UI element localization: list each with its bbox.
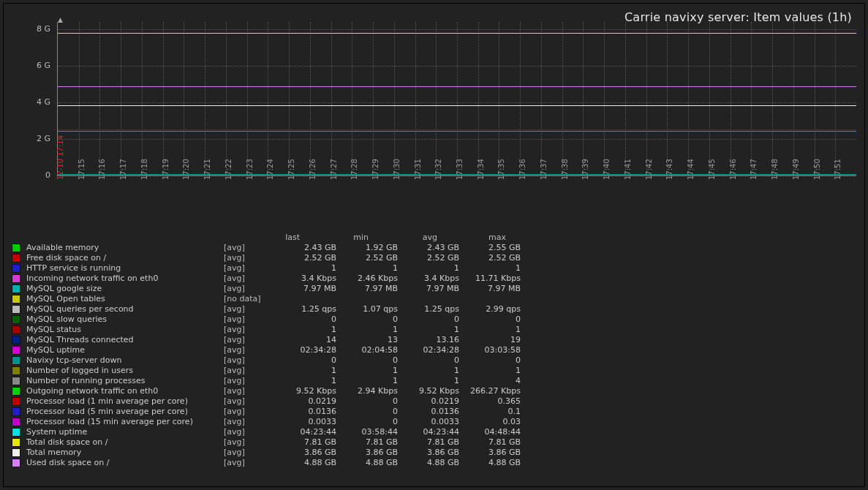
legend-row[interactable]: Total memory[avg]3.86 GB3.86 GB3.86 GB3.…: [12, 448, 538, 458]
chart-plot-area[interactable]: ▲ 02 G4 G6 G8 G12-10 17:1417:1517:1617:1…: [57, 22, 856, 176]
legend-row[interactable]: Available memory[avg]2.43 GB1.92 GB2.43 …: [12, 243, 538, 253]
legend-swatch: [12, 387, 20, 396]
legend-name: Processor load (5 min average per core): [26, 407, 224, 417]
legend-max: 4: [459, 376, 521, 386]
legend-row[interactable]: MySQL uptime[avg]02:34:2802:04:5802:34:2…: [12, 345, 538, 355]
legend-agg: [avg]: [224, 274, 275, 284]
legend-last: 4.88 GB: [275, 458, 336, 468]
x-gridline: [835, 22, 836, 176]
legend-row[interactable]: System uptime[avg]04:23:4403:58:4404:23:…: [12, 427, 538, 437]
legend-max: 2.99 qps: [459, 304, 521, 314]
x-gridline: [163, 22, 164, 176]
x-gridline: [772, 22, 773, 176]
legend-max: 0.1: [459, 407, 521, 417]
legend-name: MySQL slow queries: [26, 314, 224, 325]
legend-row[interactable]: Processor load (15 min average per core)…: [12, 417, 538, 427]
x-tick-label: 17:36: [518, 159, 528, 180]
legend-last: 1: [275, 376, 336, 386]
legend-row[interactable]: HTTP service is running[avg]1111: [12, 263, 538, 274]
legend-row[interactable]: Total disk space on /[avg]7.81 GB7.81 GB…: [12, 437, 538, 448]
legend-min: 2.52 GB: [336, 253, 398, 263]
x-tick-label: 17:48: [771, 159, 780, 180]
legend-row[interactable]: MySQL Threads connected[avg]141313.1619: [12, 335, 538, 345]
legend-swatch: [12, 356, 20, 365]
x-gridline: [583, 22, 584, 176]
legend-avg: 1.25 qps: [398, 304, 459, 314]
legend-max: 04:48:44: [459, 427, 521, 437]
legend-row[interactable]: MySQL queries per second[avg]1.25 qps1.0…: [12, 304, 538, 314]
legend-avg: 0: [398, 355, 459, 366]
y-tick-label: 2 G: [37, 134, 50, 144]
legend-row[interactable]: Number of running processes[avg]1114: [12, 376, 538, 386]
legend-max: 0.03: [459, 417, 521, 427]
x-gridline: [646, 22, 647, 176]
legend-last: 0: [275, 355, 336, 366]
legend-last: 1: [275, 366, 336, 376]
legend-row[interactable]: Number of logged in users[avg]1111: [12, 366, 538, 376]
legend-min: 02:04:58: [336, 345, 398, 355]
legend-avg: 1: [398, 376, 459, 386]
legend-max: 1: [459, 366, 521, 376]
legend-max: 0.365: [459, 396, 521, 407]
legend-agg: [avg]: [224, 304, 275, 314]
x-gridline: [793, 22, 794, 176]
legend-last: 14: [275, 335, 336, 345]
legend-row[interactable]: MySQL Open tables[no data]: [12, 294, 538, 304]
legend-agg: [avg]: [224, 427, 275, 437]
legend-agg: [avg]: [224, 355, 275, 366]
legend-avg: 1: [398, 366, 459, 376]
legend-agg: [avg]: [224, 253, 275, 263]
legend-agg: [avg]: [224, 335, 275, 345]
x-gridline: [751, 22, 752, 176]
legend-avg: 7.81 GB: [398, 437, 459, 448]
legend-row[interactable]: Processor load (5 min average per core)[…: [12, 407, 538, 417]
legend-row[interactable]: Used disk space on /[avg]4.88 GB4.88 GB4…: [12, 458, 538, 468]
legend-row[interactable]: MySQL status[avg]1111: [12, 325, 538, 335]
legend-name: Total memory: [26, 448, 224, 458]
col-max: max: [437, 233, 506, 243]
legend-last: 2.43 GB: [275, 243, 336, 253]
legend-name: Used disk space on /: [26, 458, 224, 468]
legend-avg: 0.0219: [398, 396, 459, 407]
x-gridline: [478, 22, 479, 176]
series-line: [58, 129, 856, 130]
col-avg: avg: [369, 233, 437, 243]
legend-avg: 9.52 Kbps: [398, 386, 459, 396]
legend-name: Number of running processes: [26, 376, 224, 386]
y-tick-label: 6 G: [37, 61, 50, 71]
legend-min: 3.86 GB: [336, 448, 398, 458]
legend-min: 0: [336, 396, 398, 407]
x-gridline: [331, 22, 332, 176]
legend-max: 3.86 GB: [459, 448, 521, 458]
legend-min: 4.88 GB: [336, 458, 398, 468]
legend-min: 0: [336, 314, 398, 325]
legend-avg: 2.43 GB: [398, 243, 459, 253]
legend-row[interactable]: MySQL slow queries[avg]0000: [12, 314, 538, 325]
legend-max: 4.88 GB: [459, 458, 521, 468]
legend-swatch: [12, 418, 20, 426]
x-tick-label: 17:35: [497, 159, 507, 180]
legend-agg: [avg]: [224, 314, 275, 325]
legend-row[interactable]: Free disk space on /[avg]2.52 GB2.52 GB2…: [12, 253, 538, 263]
x-gridline: [310, 22, 311, 176]
x-gridline: [289, 22, 290, 176]
legend-swatch: [12, 448, 20, 457]
legend-row[interactable]: MySQL google size[avg]7.97 MB7.97 MB7.97…: [12, 284, 538, 294]
col-last: last: [231, 233, 300, 243]
legend-min: 0: [336, 417, 398, 427]
legend-row[interactable]: Incoming network traffic on eth0[avg]3.4…: [12, 274, 538, 284]
legend-agg: [avg]: [224, 376, 275, 386]
legend-swatch: [12, 459, 20, 467]
legend-last: 7.97 MB: [275, 284, 336, 294]
legend-name: MySQL Open tables: [26, 294, 224, 304]
x-tick-label: 17:26: [309, 159, 318, 180]
legend-name: Navixy tcp-server down: [26, 355, 224, 366]
legend-row[interactable]: Processor load (1 min average per core)[…: [12, 396, 538, 407]
legend-name: Processor load (15 min average per core): [26, 417, 224, 427]
x-gridline: [562, 22, 563, 176]
legend-row[interactable]: Outgoing network traffic on eth0[avg]9.5…: [12, 386, 538, 396]
legend-row[interactable]: Navixy tcp-server down[avg]0000: [12, 355, 538, 366]
legend-min: 7.97 MB: [336, 284, 398, 294]
y-tick-label: 4 G: [37, 97, 50, 108]
legend-name: MySQL Threads connected: [26, 335, 224, 345]
